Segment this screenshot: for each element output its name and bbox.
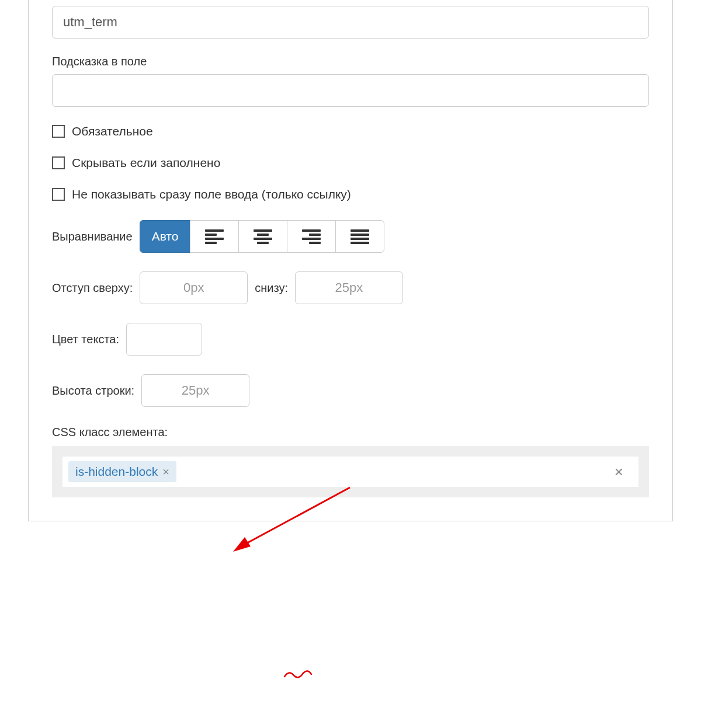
annotation-scribble-icon <box>283 668 313 681</box>
hide-input-checkbox-label[interactable]: Не показывать сразу поле ввода (только с… <box>72 187 351 201</box>
hint-label: Подсказка в поле <box>52 55 649 68</box>
align-center-icon <box>254 229 272 244</box>
margin-bottom-label: снизу: <box>255 281 288 295</box>
css-class-tag-remove-icon[interactable]: × <box>162 466 169 478</box>
settings-panel: Подсказка в поле Обязательное Скрывать е… <box>28 0 673 521</box>
hide-if-filled-checkbox-label[interactable]: Скрывать если заполнено <box>72 156 220 170</box>
alignment-button-group: Авто <box>140 220 385 253</box>
css-class-text-input[interactable] <box>181 465 633 479</box>
required-checkbox[interactable] <box>52 125 65 138</box>
hint-input[interactable] <box>52 74 649 107</box>
css-class-label: CSS класс элемента: <box>52 426 649 439</box>
margin-top-label: Отступ сверху: <box>52 281 133 295</box>
align-center-button[interactable] <box>238 220 287 253</box>
field-name-input[interactable] <box>52 6 649 39</box>
text-color-input[interactable] <box>126 323 202 356</box>
margin-bottom-input[interactable] <box>295 271 403 304</box>
css-class-tag: is-hidden-block × <box>68 461 176 482</box>
align-right-icon <box>302 229 321 244</box>
align-justify-button[interactable] <box>335 220 384 253</box>
align-left-button[interactable] <box>190 220 239 253</box>
hide-if-filled-checkbox[interactable] <box>52 156 65 169</box>
text-color-label: Цвет текста: <box>52 333 119 346</box>
align-auto-button[interactable]: Авто <box>140 220 191 253</box>
css-class-tag-area: is-hidden-block × × <box>52 446 649 497</box>
align-right-button[interactable] <box>287 220 336 253</box>
align-justify-icon <box>350 229 369 244</box>
required-checkbox-label[interactable]: Обязательное <box>72 124 153 138</box>
align-left-icon <box>205 229 224 244</box>
svg-marker-1 <box>233 537 251 552</box>
alignment-label: Выравнивание <box>52 230 133 243</box>
line-height-input[interactable] <box>141 374 249 407</box>
css-class-clear-icon[interactable]: × <box>610 461 628 483</box>
margin-top-input[interactable] <box>140 271 248 304</box>
css-class-tag-text: is-hidden-block <box>75 465 158 479</box>
line-height-label: Высота строки: <box>52 384 134 398</box>
hide-input-checkbox[interactable] <box>52 188 65 201</box>
css-class-input-wrap[interactable]: is-hidden-block × × <box>63 457 638 487</box>
